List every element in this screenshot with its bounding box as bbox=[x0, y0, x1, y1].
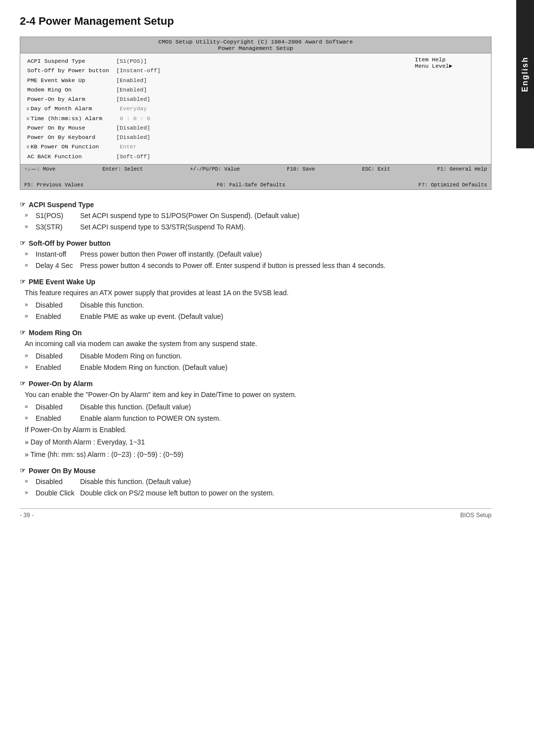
bios-header: CMOS Setup Utility-Copyright (C) 1984-20… bbox=[20, 37, 491, 53]
bios-row: Soft-Off by Power button[Instant-off] bbox=[26, 66, 410, 75]
section-title: Modem Ring On bbox=[20, 329, 491, 337]
bullet-icon: » bbox=[25, 211, 34, 221]
section-title: Power On By Mouse bbox=[20, 467, 491, 475]
bullet-icon: » bbox=[25, 362, 34, 373]
bullet-item: »DisabledDisable this function. (Default… bbox=[25, 402, 491, 412]
bios-setup-label: BIOS Setup bbox=[460, 512, 491, 519]
bullet-item: »EnabledEnable Modem Ring on function. (… bbox=[25, 362, 491, 373]
bullet-desc: Press power button 4 seconds to Power of… bbox=[80, 261, 491, 271]
section-modem-ring-on: Modem Ring OnAn incoming call via modem … bbox=[20, 329, 491, 373]
bios-row: ACPI Suspend Type[S1(POS)] bbox=[26, 56, 410, 66]
section-power-on-mouse: Power On By Mouse»DisabledDisable this f… bbox=[20, 467, 491, 498]
bios-row: AC BACK Function[Soft-Off] bbox=[26, 152, 410, 161]
bullet-icon: » bbox=[25, 402, 34, 412]
bullet-key: Disabled bbox=[36, 477, 80, 487]
bios-item-help: Item Help Menu Level► bbox=[410, 56, 489, 161]
bullet-key: Enabled bbox=[36, 362, 80, 373]
bullet-icon: » bbox=[25, 222, 34, 232]
english-label: English bbox=[516, 0, 534, 148]
sections-container: ACPI Suspend Type»S1(POS)Set ACPI suspen… bbox=[20, 201, 491, 498]
bullet-key: Disabled bbox=[36, 402, 80, 412]
bullet-key: Enabled bbox=[36, 311, 80, 322]
bullet-key: Enabled bbox=[36, 413, 80, 424]
bullet-icon: » bbox=[25, 261, 34, 271]
bios-menu-items: ACPI Suspend Type[S1(POS)] Soft-Off by P… bbox=[22, 56, 410, 161]
bullet-key: S3(STR) bbox=[36, 222, 80, 232]
bullet-icon: » bbox=[25, 311, 34, 322]
section-body: This feature requires an ATX power suppl… bbox=[25, 288, 491, 322]
extra-line: » Day of Month Alarm : Everyday, 1~31 bbox=[25, 437, 491, 447]
bios-row: x Time (hh:mm:ss) Alarm0 : 0 : 0 bbox=[26, 114, 410, 123]
section-intro: You can enable the "Power-On by Alarm" i… bbox=[25, 390, 491, 400]
section-pme-event-wake-up: PME Event Wake UpThis feature requires a… bbox=[20, 278, 491, 322]
page-title: 2-4 Power Management Setup bbox=[20, 15, 491, 28]
section-power-on-alarm: Power-On by AlarmYou can enable the "Pow… bbox=[20, 380, 491, 460]
bullet-key: Delay 4 Sec bbox=[36, 261, 80, 271]
bullet-item: »Delay 4 SecPress power button 4 seconds… bbox=[25, 261, 491, 271]
bios-screenshot: CMOS Setup Utility-Copyright (C) 1984-20… bbox=[20, 37, 491, 190]
bios-row: PME Event Wake Up[Enabled] bbox=[26, 76, 410, 85]
bullet-desc: Disable this function. bbox=[80, 300, 491, 311]
bullet-desc: Press power button then Power off instan… bbox=[80, 249, 491, 260]
section-body: An incoming call via modem can awake the… bbox=[25, 339, 491, 373]
bios-row: Modem Ring On[Enabled] bbox=[26, 85, 410, 94]
section-soft-off-power-button: Soft-Off by Power button»Instant-offPres… bbox=[20, 239, 491, 271]
section-title: Power-On by Alarm bbox=[20, 380, 491, 388]
page-number: - 39 - bbox=[20, 512, 34, 519]
bullet-desc: Double click on PS/2 mouse left button t… bbox=[80, 488, 491, 498]
bios-row: Power-On by Alarm[Disabled] bbox=[26, 94, 410, 104]
section-body: »S1(POS)Set ACPI suspend type to S1/POS(… bbox=[25, 211, 491, 232]
bullet-icon: » bbox=[25, 413, 34, 424]
bullet-item: »DisabledDisable this function. (Default… bbox=[25, 477, 491, 487]
section-intro: An incoming call via modem can awake the… bbox=[25, 339, 491, 349]
section-intro: This feature requires an ATX power suppl… bbox=[25, 288, 491, 298]
bios-row: Power On By Keyboard[Disabled] bbox=[26, 133, 410, 142]
bullet-item: »Double ClickDouble click on PS/2 mouse … bbox=[25, 488, 491, 498]
section-body: You can enable the "Power-On by Alarm" i… bbox=[25, 390, 491, 460]
section-acpi-suspend-type: ACPI Suspend Type»S1(POS)Set ACPI suspen… bbox=[20, 201, 491, 232]
bios-footer: ↑↓→←: Move Enter: Select +/-/PU/PD: Valu… bbox=[20, 164, 491, 189]
bullet-desc: Enable Modem Ring on function. (Default … bbox=[80, 362, 491, 373]
bullet-item: »Instant-offPress power button then Powe… bbox=[25, 249, 491, 260]
extra-line: » Time (hh: mm: ss) Alarm : (0~23) : (0~… bbox=[25, 449, 491, 460]
bios-row: x KB Power ON FunctionEnter bbox=[26, 142, 410, 151]
bios-row: x Day of Month AlarmEveryday bbox=[26, 104, 410, 113]
bullet-icon: » bbox=[25, 351, 34, 361]
bios-row: Power On By Mouse[Disabled] bbox=[26, 123, 410, 133]
bullet-icon: » bbox=[25, 488, 34, 498]
bullet-key: Disabled bbox=[36, 300, 80, 311]
bullet-item: »DisabledDisable Modem Ring on function. bbox=[25, 351, 491, 361]
bullet-icon: » bbox=[25, 300, 34, 311]
bullet-desc: Disable Modem Ring on function. bbox=[80, 351, 491, 361]
bullet-icon: » bbox=[25, 249, 34, 260]
extra-line: If Power-On by Alarm is Enabled. bbox=[25, 425, 491, 435]
bullet-desc: Disable this function. (Default value) bbox=[80, 477, 491, 487]
bullet-desc: Enable alarm function to POWER ON system… bbox=[80, 413, 491, 424]
bullet-desc: Set ACPI suspend type to S1/POS(Power On… bbox=[80, 211, 491, 221]
bullet-icon: » bbox=[25, 477, 34, 487]
bullet-item: »S3(STR)Set ACPI suspend type to S3/STR(… bbox=[25, 222, 491, 232]
section-body: »Instant-offPress power button then Powe… bbox=[25, 249, 491, 271]
section-title: ACPI Suspend Type bbox=[20, 201, 491, 209]
section-body: »DisabledDisable this function. (Default… bbox=[25, 477, 491, 498]
bullet-item: »EnabledEnable PME as wake up event. (De… bbox=[25, 311, 491, 322]
bullet-item: »DisabledDisable this function. bbox=[25, 300, 491, 311]
bullet-key: S1(POS) bbox=[36, 211, 80, 221]
bullet-desc: Enable PME as wake up event. (Default va… bbox=[80, 311, 491, 322]
bullet-key: Double Click bbox=[36, 488, 80, 498]
section-title: PME Event Wake Up bbox=[20, 278, 491, 286]
section-title: Soft-Off by Power button bbox=[20, 239, 491, 247]
bullet-item: »S1(POS)Set ACPI suspend type to S1/POS(… bbox=[25, 211, 491, 221]
bullet-key: Disabled bbox=[36, 351, 80, 361]
page-footer: - 39 - BIOS Setup bbox=[20, 508, 491, 519]
bullet-desc: Set ACPI suspend type to S3/STR(Suspend … bbox=[80, 222, 491, 232]
bullet-desc: Disable this function. (Default value) bbox=[80, 402, 491, 412]
bullet-key: Instant-off bbox=[36, 249, 80, 260]
bullet-item: »EnabledEnable alarm function to POWER O… bbox=[25, 413, 491, 424]
